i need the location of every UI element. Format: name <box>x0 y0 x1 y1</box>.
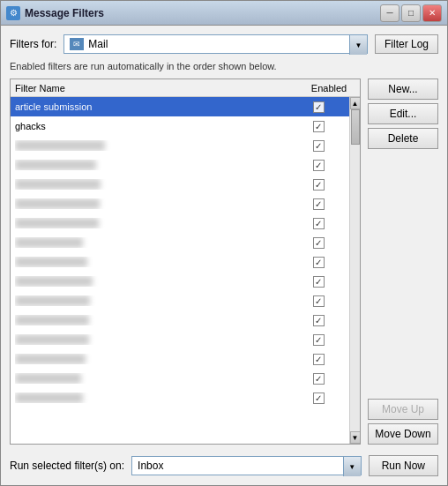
filter-enabled-checkbox[interactable] <box>313 334 325 346</box>
filter-row-name: article submission <box>15 101 292 112</box>
filter-row-check-cell <box>292 373 345 385</box>
filter-enabled-checkbox[interactable] <box>313 257 325 268</box>
filter-row-check-cell <box>292 295 345 307</box>
mail-icon: ✉ <box>70 38 84 50</box>
filter-row-check-cell <box>292 179 345 191</box>
filter-row-name: some mail rule here <box>15 179 292 190</box>
close-button[interactable]: ✕ <box>422 4 442 22</box>
mail-dropdown-arrow[interactable]: ▼ <box>349 35 367 55</box>
run-now-button[interactable]: Run Now <box>369 455 438 476</box>
filter-enabled-checkbox[interactable] <box>313 198 325 210</box>
column-name: Filter Name <box>15 83 302 93</box>
scroll-thumb[interactable] <box>351 109 360 145</box>
maximize-button[interactable]: □ <box>401 4 421 22</box>
filter-row[interactable]: delete junk filter <box>11 388 349 407</box>
window-icon: ⚙ <box>6 6 20 20</box>
filter-row-check-cell <box>292 160 345 171</box>
filter-row-name: delete junk filter <box>15 393 292 403</box>
filter-row[interactable]: promo filter block <box>11 330 349 349</box>
filter-enabled-checkbox[interactable] <box>313 373 325 385</box>
filter-enabled-checkbox[interactable] <box>313 218 325 229</box>
scrollbar: ▲ ▼ <box>349 97 360 444</box>
filter-row[interactable]: archive old rule <box>11 369 349 388</box>
filter-enabled-checkbox[interactable] <box>313 276 325 288</box>
side-buttons: New... Edit... Delete Move Up Move Down <box>368 79 438 445</box>
filter-enabled-checkbox[interactable] <box>313 179 325 191</box>
filter-list-container: Filter Name Enabled article submissiongh… <box>10 79 361 445</box>
filter-row-name: filter one sample text <box>15 140 292 151</box>
filter-row[interactable]: article submission <box>11 97 349 116</box>
filter-row[interactable]: news digest rule <box>11 349 349 369</box>
window-content: Filters for: ✉ Mail ▼ Filter Log Enabled… <box>1 26 447 485</box>
filter-row-name: work emails filter <box>15 257 292 267</box>
minimize-button[interactable]: ─ <box>380 4 399 22</box>
inbox-dropdown[interactable]: Inbox ▼ <box>131 456 362 475</box>
message-filters-window: ⚙ Message Filters ─ □ ✕ Filters for: ✉ M… <box>0 0 448 486</box>
new-button[interactable]: New... <box>368 79 438 100</box>
delete-button[interactable]: Delete <box>368 128 438 149</box>
filter-list-header: Filter Name Enabled <box>11 79 360 97</box>
filter-row-check-cell <box>292 218 345 229</box>
filter-row-check-cell <box>292 354 345 365</box>
filter-row[interactable]: social media filter <box>11 291 349 310</box>
move-down-button[interactable]: Move Down <box>368 423 438 445</box>
filter-enabled-checkbox[interactable] <box>313 160 325 171</box>
filter-row[interactable]: filter one sample text <box>11 136 349 155</box>
filter-log-button[interactable]: Filter Log <box>375 34 438 54</box>
filter-enabled-checkbox[interactable] <box>313 101 325 113</box>
column-enabled: Enabled <box>302 83 355 93</box>
filter-enabled-checkbox[interactable] <box>313 237 325 249</box>
run-label: Run selected filter(s) on: <box>10 460 124 472</box>
inbox-dropdown-arrow[interactable]: ▼ <box>343 457 361 476</box>
scroll-track <box>350 109 361 431</box>
scroll-down-arrow[interactable]: ▼ <box>350 431 361 444</box>
filter-row[interactable]: updates filter rule <box>11 310 349 330</box>
move-up-button[interactable]: Move Up <box>368 399 438 420</box>
edit-button[interactable]: Edit... <box>368 103 438 124</box>
filter-row[interactable]: newsletter rule filter <box>11 213 349 233</box>
filter-row-name: updates filter rule <box>15 315 292 325</box>
filter-enabled-checkbox[interactable] <box>313 295 325 307</box>
filter-row[interactable]: ghacks <box>11 116 349 136</box>
filter-row-name: ghacks <box>15 121 292 131</box>
filter-enabled-checkbox[interactable] <box>313 315 325 326</box>
filter-row-check-cell <box>292 101 345 113</box>
mail-dropdown-text: Mail <box>88 38 362 50</box>
info-text: Enabled filters are run automatically in… <box>10 61 438 71</box>
filter-row[interactable]: subscriptions filter <box>11 272 349 291</box>
filter-row[interactable]: work emails filter <box>11 252 349 272</box>
title-bar-buttons: ─ □ ✕ <box>380 4 442 22</box>
filter-row[interactable]: some mail rule here <box>11 175 349 194</box>
filter-row[interactable]: test filter long name <box>11 194 349 213</box>
filter-row-check-cell <box>292 237 345 249</box>
spacer <box>368 153 438 395</box>
bottom-row: Run selected filter(s) on: Inbox ▼ Run N… <box>10 452 438 476</box>
filter-enabled-checkbox[interactable] <box>313 121 325 132</box>
filter-row-name: archive old rule <box>15 373 292 384</box>
window-title: Message Filters <box>25 7 380 19</box>
filter-row-name: news digest rule <box>15 354 292 364</box>
title-bar: ⚙ Message Filters ─ □ ✕ <box>1 1 447 26</box>
filters-for-label: Filters for: <box>10 38 56 50</box>
filter-row[interactable]: another filter name <box>11 155 349 175</box>
filter-row-check-cell <box>292 315 345 326</box>
filter-enabled-checkbox[interactable] <box>313 140 325 152</box>
mail-dropdown[interactable]: ✉ Mail ▼ <box>63 34 368 54</box>
main-area: Filter Name Enabled article submissiongh… <box>10 79 438 445</box>
filter-row-name: subscriptions filter <box>15 276 292 287</box>
filter-row-name: promo filter block <box>15 334 292 345</box>
filter-enabled-checkbox[interactable] <box>313 354 325 365</box>
filter-list: article submissionghacksfilter one sampl… <box>11 97 349 444</box>
filter-row-check-cell <box>292 257 345 268</box>
filter-row-name: newsletter rule filter <box>15 218 292 228</box>
filter-row-check-cell <box>292 276 345 288</box>
filter-row-check-cell <box>292 198 345 210</box>
filter-row-check-cell <box>292 334 345 346</box>
filter-row-check-cell <box>292 393 345 404</box>
scroll-up-arrow[interactable]: ▲ <box>350 97 361 109</box>
inbox-text: Inbox <box>138 460 355 472</box>
filter-row-name: social media filter <box>15 295 292 306</box>
filter-row[interactable]: spam block rule <box>11 233 349 252</box>
filter-row-name: spam block rule <box>15 237 292 248</box>
filter-enabled-checkbox[interactable] <box>313 393 325 404</box>
